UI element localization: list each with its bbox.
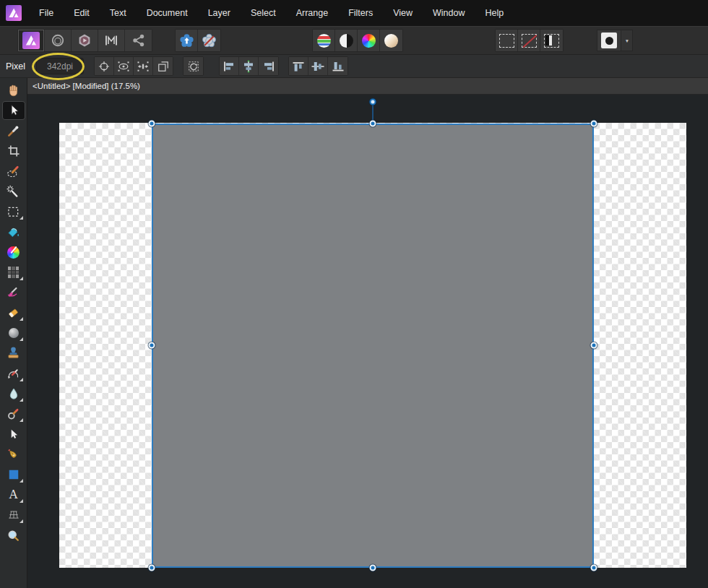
selection-handle-bottom-right[interactable] <box>591 565 597 571</box>
cycle-selection-group <box>183 56 204 76</box>
auto-colours-icon <box>362 34 376 48</box>
view-tool[interactable] <box>0 80 27 100</box>
menu-document[interactable]: Document <box>145 6 189 20</box>
menu-file[interactable]: File <box>38 6 55 20</box>
develop-persona-button[interactable] <box>72 30 98 51</box>
crop-tool[interactable] <box>0 141 27 161</box>
undo-brush-tool[interactable] <box>0 363 27 384</box>
text-tool-icon: A <box>9 489 18 501</box>
artistic-text-tool[interactable]: A <box>0 485 27 505</box>
photo-persona-button[interactable] <box>18 30 45 51</box>
flyout-triangle-icon <box>20 499 23 503</box>
rotation-handle[interactable] <box>370 99 376 105</box>
document-tab[interactable]: <Untitled> [Modified] (17.5%) <box>27 82 140 90</box>
photo-persona-icon <box>22 32 40 49</box>
quick-mask-dropdown[interactable]: ▼ <box>621 30 633 51</box>
selection-handle-top-left[interactable] <box>149 121 155 127</box>
selection-marquee-icon <box>499 34 514 48</box>
tone-mapping-persona-button[interactable] <box>98 30 125 51</box>
flood-select-tool[interactable] <box>0 181 27 202</box>
auto-levels-button[interactable] <box>313 30 335 51</box>
alignment-handles-button[interactable] <box>134 57 153 75</box>
selection-handle-middle-right[interactable] <box>591 342 597 349</box>
rectangle-tool[interactable] <box>0 464 27 485</box>
persona-label: Pixel <box>6 61 29 72</box>
auto-levels-icon <box>317 34 331 48</box>
invert-selection-button[interactable] <box>540 30 563 51</box>
paint-brush-tool[interactable] <box>0 282 27 303</box>
deselect-button[interactable] <box>518 30 540 51</box>
eye-icon <box>116 59 131 74</box>
selection-handle-middle-left[interactable] <box>149 342 155 349</box>
auto-white-balance-button[interactable] <box>380 30 402 51</box>
transform-separately-button[interactable] <box>153 57 173 75</box>
align-bottom-button[interactable] <box>328 57 347 75</box>
hand-icon <box>6 83 21 98</box>
dodge-brush-tool[interactable] <box>0 323 27 343</box>
zoom-tool[interactable] <box>0 525 27 545</box>
dpi-field[interactable]: 342dpi <box>36 58 84 74</box>
clone-stamp-icon <box>6 346 21 361</box>
selection-brush-tool[interactable] <box>0 161 27 181</box>
flyout-triangle-icon <box>20 317 23 321</box>
erase-brush-tool[interactable] <box>0 303 27 323</box>
auto-contrast-button[interactable] <box>335 30 358 51</box>
selection-handle-bottom-center[interactable] <box>370 565 376 571</box>
pixel-tool[interactable] <box>0 262 27 282</box>
healing-brush-tool[interactable] <box>0 404 27 424</box>
flower-slash-toggle-button[interactable] <box>198 30 220 51</box>
align-middle-vertical-button[interactable] <box>308 57 328 75</box>
hide-selection-button[interactable] <box>114 57 134 75</box>
colour-wheel-icon <box>7 246 20 259</box>
menu-window[interactable]: Window <box>431 6 466 20</box>
sphere-icon <box>9 328 19 338</box>
align-right-button[interactable] <box>259 57 278 75</box>
selected-layer[interactable] <box>152 124 594 568</box>
flower-arrow-toggle-button[interactable] <box>176 30 198 51</box>
move-tool[interactable] <box>0 100 27 121</box>
align-top-button[interactable] <box>289 57 308 75</box>
menu-layer[interactable]: Layer <box>207 6 232 20</box>
liquify-persona-button[interactable] <box>45 30 72 51</box>
selection-marquee-button[interactable] <box>496 30 518 51</box>
selection-handle-top-center[interactable] <box>370 121 376 127</box>
pen-tool[interactable] <box>0 444 27 464</box>
droplet-icon <box>7 386 21 401</box>
auto-colours-button[interactable] <box>358 30 380 51</box>
align-left-button[interactable] <box>220 57 239 75</box>
flyout-triangle-icon <box>20 337 23 341</box>
menu-help[interactable]: Help <box>484 6 506 20</box>
selection-handle-top-right[interactable] <box>591 121 597 127</box>
gradient-tool[interactable] <box>0 242 27 262</box>
align-vertical-group <box>288 56 348 76</box>
auto-white-balance-icon <box>384 34 398 48</box>
assistant-toggle-group <box>175 29 221 52</box>
export-persona-icon <box>130 32 147 49</box>
blur-brush-tool[interactable] <box>0 384 27 404</box>
menu-select[interactable]: Select <box>249 6 277 20</box>
menu-view[interactable]: View <box>392 6 414 20</box>
export-persona-button[interactable] <box>125 30 152 51</box>
colour-picker-tool[interactable] <box>0 121 27 141</box>
flood-fill-tool[interactable] <box>0 222 27 242</box>
menu-text[interactable]: Text <box>108 6 128 20</box>
quick-mask-button[interactable] <box>597 30 621 51</box>
selection-handle-bottom-left[interactable] <box>149 565 155 571</box>
node-tool[interactable] <box>0 424 27 444</box>
align-center-horizontal-button[interactable] <box>239 57 259 75</box>
auto-adjustment-group <box>312 29 403 52</box>
align-middle-vertical-icon <box>311 60 325 73</box>
main-toolbar: ▼ <box>0 26 708 55</box>
pasteboard <box>27 95 708 588</box>
cycle-selection-box-button[interactable] <box>184 57 203 75</box>
menu-arrange[interactable]: Arrange <box>295 6 329 20</box>
cursor-arrow-icon <box>7 103 21 118</box>
marquee-tool[interactable] <box>0 202 27 222</box>
paint-brush-icon <box>6 285 21 301</box>
develop-persona-icon <box>76 32 93 49</box>
menu-filters[interactable]: Filters <box>347 6 374 20</box>
clone-brush-tool[interactable] <box>0 343 27 363</box>
menu-edit[interactable]: Edit <box>72 6 91 20</box>
mesh-warp-tool[interactable] <box>0 505 27 525</box>
transform-origin-button[interactable] <box>95 57 114 75</box>
